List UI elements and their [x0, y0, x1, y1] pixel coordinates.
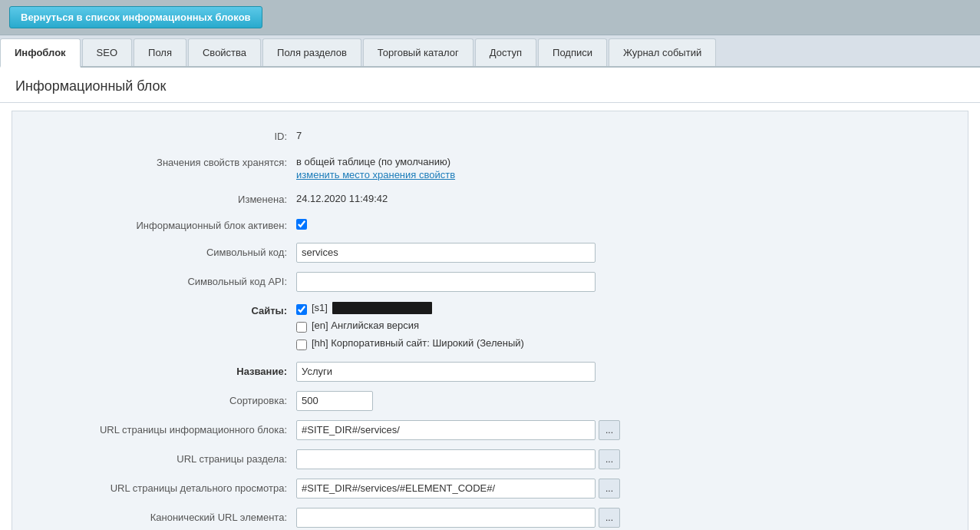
- symbol-code-api-row: Символьный код API:: [20, 272, 960, 292]
- modified-row: Изменена: 24.12.2020 11:49:42: [20, 190, 960, 207]
- url-section-input[interactable]: [296, 449, 596, 469]
- url-canonical-browse-button[interactable]: ...: [599, 508, 620, 528]
- id-label: ID:: [20, 127, 296, 144]
- url-section-browse-button[interactable]: ...: [599, 449, 620, 469]
- name-input[interactable]: [296, 362, 596, 382]
- url-detail-label: URL страницы детального просмотра:: [20, 479, 296, 495]
- url-canonical-input[interactable]: [296, 508, 596, 528]
- url-section-label: URL страницы раздела:: [20, 449, 296, 466]
- url-detail-browse-button[interactable]: ...: [599, 479, 620, 499]
- sites-row: Сайты: [s1] [en] Английская версия [hh] …: [20, 301, 960, 353]
- site-label-en: [en] Английская версия: [312, 320, 419, 331]
- symbol-code-api-input[interactable]: [296, 272, 596, 292]
- symbol-code-input[interactable]: [296, 243, 596, 263]
- site-checkbox-hh[interactable]: [296, 340, 307, 350]
- tab-fields[interactable]: Поля: [134, 38, 186, 66]
- tab-properties[interactable]: Свойства: [188, 38, 261, 66]
- tab-catalog[interactable]: Торговый каталог: [363, 38, 474, 66]
- tab-section-fields[interactable]: Поля разделов: [262, 38, 361, 66]
- site-row-hh: [hh] Корпоративный сайт: Широкий (Зелены…: [296, 336, 960, 350]
- storage-link[interactable]: изменить место хранения свойств: [296, 169, 960, 181]
- modified-value: 24.12.2020 11:49:42: [296, 190, 960, 204]
- tab-access[interactable]: Доступ: [475, 38, 536, 66]
- url-section-row: URL страницы раздела: ...: [20, 449, 960, 469]
- page-title: Информационный блок: [0, 68, 980, 103]
- modified-label: Изменена:: [20, 190, 296, 207]
- site-checkbox-en[interactable]: [296, 322, 307, 333]
- url-detail-input[interactable]: [296, 479, 596, 499]
- back-button[interactable]: Вернуться в список информационных блоков: [9, 6, 262, 28]
- symbol-code-label: Символьный код:: [20, 243, 296, 260]
- url-detail-row-inner: ...: [296, 479, 960, 499]
- tab-subscriptions[interactable]: Подписи: [538, 38, 607, 66]
- storage-row: Значения свойств хранятся: в общей табли…: [20, 153, 960, 181]
- active-label: Информационный блок активен:: [20, 216, 296, 233]
- site-label-s1: [s1]: [312, 302, 328, 313]
- sort-input[interactable]: [296, 391, 373, 411]
- site-checkbox-s1[interactable]: [296, 304, 307, 315]
- url-block-label: URL страницы информационного блока:: [20, 420, 296, 437]
- url-block-row-inner: ...: [296, 420, 960, 440]
- form-area: ID: 7 Значения свойств хранятся: в общей…: [12, 111, 968, 530]
- site-label-hh: [hh] Корпоративный сайт: Широкий (Зелены…: [312, 337, 524, 349]
- url-block-row: URL страницы информационного блока: ...: [20, 420, 960, 440]
- tab-infoblock[interactable]: Инфоблок: [0, 38, 81, 68]
- sort-row: Сортировка:: [20, 391, 960, 411]
- tab-events[interactable]: Журнал событий: [609, 38, 716, 66]
- main-content: Информационный блок ID: 7 Значения свойс…: [0, 68, 980, 530]
- active-row: Информационный блок активен:: [20, 216, 960, 233]
- url-block-browse-button[interactable]: ...: [599, 420, 620, 440]
- url-section-row-inner: ...: [296, 449, 960, 469]
- tabs-bar: Инфоблок SEO Поля Свойства Поля разделов…: [0, 35, 980, 68]
- url-canonical-row: Канонический URL элемента: ...: [20, 508, 960, 528]
- symbol-code-row: Символьный код:: [20, 243, 960, 263]
- tab-seo[interactable]: SEO: [82, 38, 132, 66]
- url-detail-row: URL страницы детального просмотра: ...: [20, 479, 960, 499]
- site-row-en: [en] Английская версия: [296, 319, 960, 333]
- id-row: ID: 7: [20, 127, 960, 144]
- site-name-redacted: [332, 302, 432, 314]
- storage-label: Значения свойств хранятся:: [20, 153, 296, 170]
- active-checkbox[interactable]: [296, 219, 307, 230]
- url-canonical-label: Канонический URL элемента:: [20, 508, 296, 525]
- name-row: Название:: [20, 362, 960, 382]
- url-block-input[interactable]: [296, 420, 596, 440]
- top-bar: Вернуться в список информационных блоков: [0, 0, 980, 35]
- site-row-s1: [s1]: [296, 301, 960, 315]
- sites-label: Сайты:: [20, 301, 296, 318]
- url-canonical-row-inner: ...: [296, 508, 960, 528]
- sort-label: Сортировка:: [20, 391, 296, 408]
- id-value: 7: [296, 127, 960, 141]
- symbol-code-api-label: Символьный код API:: [20, 272, 296, 289]
- name-label: Название:: [20, 362, 296, 379]
- storage-value: в общей таблице (по умолчанию): [296, 153, 960, 167]
